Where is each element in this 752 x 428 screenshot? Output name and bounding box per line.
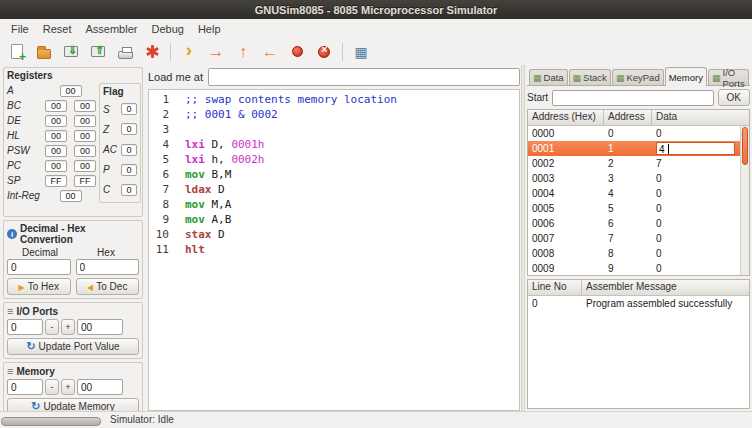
memory-table-row[interactable]: 000000 <box>528 126 749 141</box>
memory-spin-plus-button[interactable]: + <box>61 379 75 395</box>
port-spin-minus-button[interactable]: - <box>45 319 59 335</box>
flag-row-ac: AC0 <box>103 139 137 159</box>
memory-data-edit[interactable]: 4 <box>656 142 735 155</box>
register-l-value[interactable]: 00 <box>74 130 96 142</box>
step-button[interactable] <box>176 40 202 64</box>
memory-table-row[interactable]: 000770 <box>528 231 749 246</box>
tab-keypad[interactable]: KeyPad <box>612 69 664 85</box>
tab-data[interactable]: Data <box>529 69 568 85</box>
column-header-line-no[interactable]: Line No <box>528 280 582 295</box>
left-arrow-icon <box>262 44 278 60</box>
save-as-button[interactable] <box>85 40 111 64</box>
horizontal-scrollbar-thumb[interactable] <box>1 417 101 426</box>
ok-button[interactable]: OK <box>718 89 750 106</box>
update-memory-button[interactable]: Update Memory <box>7 398 139 411</box>
column-header-address[interactable]: Address <box>604 110 652 125</box>
flag-c-value[interactable]: 0 <box>121 184 137 196</box>
register-d-value[interactable]: 00 <box>45 115 67 127</box>
menu-item-debug[interactable]: Debug <box>144 22 190 36</box>
run-button[interactable] <box>203 40 229 64</box>
flag-title: Flag <box>103 86 137 97</box>
memory-value-input[interactable] <box>77 379 123 395</box>
register-e-value[interactable]: 00 <box>74 115 96 127</box>
up-arrow-icon <box>239 44 247 60</box>
register-h-value[interactable]: 00 <box>45 130 67 142</box>
registers-panel: Registers A 00 BC 0000 DE 0000 <box>3 67 143 217</box>
keypad-tab-icon <box>616 72 625 83</box>
memory-table-row[interactable]: 000330 <box>528 171 749 186</box>
register-b-value[interactable]: 00 <box>45 100 67 112</box>
load-me-at-label: Load me at <box>148 71 203 83</box>
tab-io-ports[interactable]: I/O Ports <box>708 69 749 85</box>
column-header-data[interactable]: Data <box>652 110 749 125</box>
register-intreg-value[interactable]: 00 <box>60 190 82 202</box>
register-pc-value-2[interactable]: 00 <box>74 160 96 172</box>
register-c-value[interactable]: 00 <box>74 100 96 112</box>
flag-s-value[interactable]: 0 <box>121 103 137 115</box>
register-a-value[interactable]: 00 <box>60 85 82 97</box>
memory-table-row[interactable]: 000550 <box>528 201 749 216</box>
hex-input[interactable] <box>76 259 140 275</box>
assemble-button[interactable] <box>139 40 165 64</box>
to-dec-button[interactable]: To Dec <box>76 278 140 295</box>
decimal-input[interactable] <box>7 259 71 275</box>
port-spin-plus-button[interactable]: + <box>61 319 75 335</box>
memory-table-row[interactable]: 000880 <box>528 246 749 261</box>
step-out-button[interactable] <box>230 40 256 64</box>
register-row-de: DE 0000 <box>7 113 96 128</box>
load-address-input[interactable] <box>208 68 520 86</box>
menubar: File Reset Assembler Debug Help <box>0 19 752 38</box>
flag-ac-value[interactable]: 0 <box>121 144 137 156</box>
menu-item-reset[interactable]: Reset <box>36 22 79 36</box>
assembler-message-row[interactable]: 0 Program assembled successfully <box>528 296 749 311</box>
step-icon <box>186 44 192 59</box>
refresh-icon <box>31 400 40 411</box>
print-button[interactable] <box>112 40 138 64</box>
save-button[interactable] <box>58 40 84 64</box>
memory-table-scrollbar[interactable] <box>740 126 749 275</box>
column-header-address-hex[interactable]: Address (Hex) <box>528 110 604 125</box>
port-value-input[interactable] <box>77 319 123 335</box>
register-psw-value-2[interactable]: 00 <box>74 145 96 157</box>
flag-z-value[interactable]: 0 <box>121 123 137 135</box>
clear-breakpoints-button[interactable] <box>311 40 337 64</box>
open-file-button[interactable] <box>31 40 57 64</box>
left-triangle-icon <box>87 281 93 292</box>
menu-item-assembler[interactable]: Assembler <box>78 22 144 36</box>
tab-memory[interactable]: Memory <box>665 67 707 86</box>
register-row-bc: BC 0000 <box>7 98 96 113</box>
register-sp-value-2[interactable]: FF <box>74 175 96 187</box>
code-editor[interactable]: 123 456 789 1011 ;; swap contents memory… <box>148 89 520 411</box>
to-hex-button[interactable]: To Hex <box>7 278 71 295</box>
memory-table-row[interactable]: 000990 <box>528 261 749 276</box>
memory-table-row[interactable]: 000227 <box>528 156 749 171</box>
register-psw-value-1[interactable]: 00 <box>45 145 67 157</box>
statusbar: Simulator: Idle <box>0 411 752 428</box>
column-header-assembler-message[interactable]: Assembler Message <box>582 280 749 295</box>
memory-table-row[interactable]: 000440 <box>528 186 749 201</box>
new-file-button[interactable] <box>4 40 30 64</box>
register-label: PC <box>7 160 45 171</box>
code-line: ;; swap contents memory location <box>185 92 519 107</box>
tab-stack[interactable]: Stack <box>569 69 611 85</box>
keypad-button[interactable] <box>348 40 374 64</box>
start-address-input[interactable] <box>552 90 713 106</box>
register-sp-value-1[interactable]: FF <box>45 175 67 187</box>
update-port-value-button[interactable]: Update Port Value <box>7 338 139 355</box>
go-back-button[interactable] <box>257 40 283 64</box>
memory-address-input[interactable] <box>7 379 43 395</box>
toolbar-separator <box>342 43 343 61</box>
memory-table-row-selected[interactable]: 000114 <box>528 141 749 156</box>
scrollbar-thumb[interactable] <box>742 127 748 165</box>
register-pc-value-1[interactable]: 00 <box>45 160 67 172</box>
stop-icon <box>318 46 330 58</box>
memory-table-row[interactable]: 000660 <box>528 216 749 231</box>
menu-item-help[interactable]: Help <box>191 22 228 36</box>
breakpoint-button[interactable] <box>284 40 310 64</box>
io-ports-panel: I/O Ports - + Update Port Value <box>3 302 143 359</box>
memory-spin-minus-button[interactable]: - <box>45 379 59 395</box>
menu-item-file[interactable]: File <box>4 22 36 36</box>
assembler-message-table: Line No Assembler Message 0 Program asse… <box>527 279 750 409</box>
flag-p-value[interactable]: 0 <box>121 164 137 176</box>
port-number-input[interactable] <box>7 319 43 335</box>
